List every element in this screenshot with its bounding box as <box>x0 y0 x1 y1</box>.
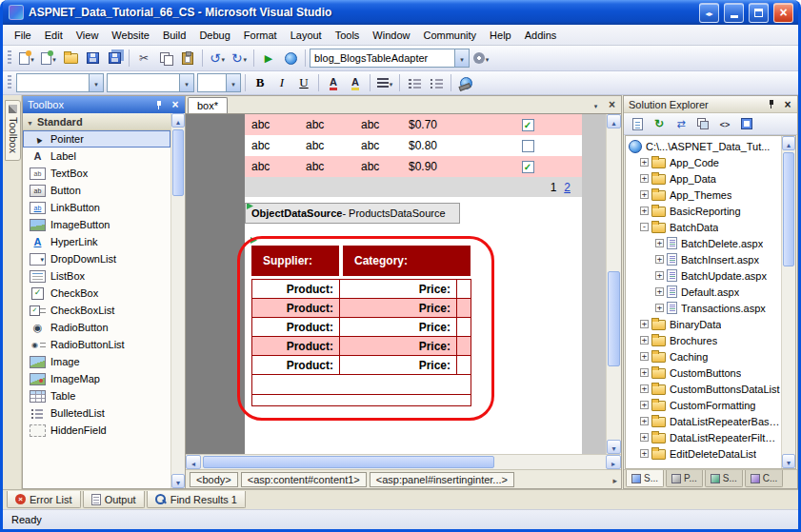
objectdatasource-control[interactable]: ObjectDataSource - ProductsDataSource <box>245 203 460 224</box>
alignment-button[interactable] <box>374 72 395 93</box>
scroll-right-button[interactable] <box>606 455 621 469</box>
toolbox-item-label[interactable]: Label <box>23 148 170 165</box>
tree-item[interactable]: +CustomButtons <box>626 365 781 381</box>
save-button[interactable] <box>82 48 103 69</box>
scrollbar-thumb[interactable] <box>608 271 620 366</box>
bulleted-list-button[interactable] <box>426 72 447 93</box>
undo-button[interactable] <box>207 48 228 69</box>
tab-output[interactable]: Output <box>83 491 145 508</box>
scroll-down-button[interactable] <box>171 474 185 488</box>
cut-button[interactable] <box>133 48 154 69</box>
toolbox-item-image[interactable]: Image <box>23 353 170 370</box>
tree-item[interactable]: +CustomButtonsDataList <box>626 381 781 397</box>
expand-icon[interactable]: + <box>640 174 649 183</box>
menu-item-debug[interactable]: Debug <box>192 27 236 44</box>
save-all-button[interactable] <box>104 48 125 69</box>
numbered-list-button[interactable] <box>404 72 425 93</box>
scroll-down-button[interactable] <box>607 440 621 454</box>
expand-icon[interactable]: + <box>655 304 664 312</box>
add-new-item-button[interactable] <box>38 48 59 69</box>
font-name-combo[interactable] <box>107 73 194 92</box>
menu-item-format[interactable]: Format <box>237 27 284 44</box>
row-checkbox[interactable] <box>522 140 534 152</box>
tag-navigator-overflow-icon[interactable] <box>612 474 617 485</box>
bold-button[interactable]: B <box>250 72 270 93</box>
tab-class-view[interactable]: C... <box>745 470 784 487</box>
window-switch-button[interactable] <box>699 3 719 23</box>
scrollbar-track[interactable] <box>782 150 795 454</box>
tree-item[interactable]: +BatchDelete.aspx <box>626 235 781 251</box>
menu-item-build[interactable]: Build <box>156 27 192 44</box>
expand-icon[interactable]: + <box>640 384 649 393</box>
toolbox-item-imagemap[interactable]: ImageMap <box>23 370 170 387</box>
inserting-interface-table[interactable]: Supplier: Category: Product:Price: Produ… <box>251 246 471 406</box>
scrollbar-track[interactable] <box>201 455 606 469</box>
combo-dropdown-button[interactable] <box>89 74 103 91</box>
toolbox-item-button[interactable]: Button <box>23 182 170 199</box>
document-tab[interactable]: box* <box>188 97 228 113</box>
tree-item[interactable]: +BasicReporting <box>626 203 781 219</box>
convert-to-hyperlink-button[interactable] <box>455 72 476 93</box>
toolbox-side-tab[interactable]: Toolbox <box>5 100 21 161</box>
tree-item[interactable]: +Brochures <box>626 332 781 348</box>
toolbox-item-checkbox[interactable]: CheckBox <box>23 285 170 302</box>
maximize-button[interactable] <box>749 3 769 23</box>
view-designer-button[interactable] <box>737 114 756 133</box>
tree-item[interactable]: +DataListRepeaterFilteri... <box>626 429 781 445</box>
toolbox-item-checkboxlist[interactable]: CheckBoxList <box>23 302 170 319</box>
highlight-color-button[interactable] <box>345 72 366 93</box>
editor-horizontal-scrollbar[interactable] <box>186 454 621 469</box>
expand-icon[interactable]: + <box>640 352 649 361</box>
block-format-combo[interactable] <box>16 73 104 92</box>
tree-item[interactable]: +App_Data <box>626 170 781 187</box>
toolbox-item-textbox[interactable]: TextBox <box>23 165 170 182</box>
expand-icon[interactable]: + <box>640 336 649 345</box>
scroll-left-button[interactable] <box>186 455 201 469</box>
expand-icon[interactable]: + <box>655 287 664 296</box>
new-project-button[interactable] <box>16 48 37 69</box>
row-checkbox[interactable] <box>522 161 534 173</box>
tab-properties[interactable]: P... <box>666 470 703 487</box>
collapse-icon[interactable]: - <box>640 223 649 231</box>
toolbox-item-linkbutton[interactable]: LinkButton <box>23 199 170 216</box>
menu-item-window[interactable]: Window <box>366 27 416 44</box>
solution-explorer-pin-button[interactable] <box>765 98 778 111</box>
menu-item-layout[interactable]: Layout <box>284 27 329 44</box>
menu-item-help[interactable]: Help <box>483 27 518 44</box>
tab-find-results[interactable]: Find Results 1 <box>147 491 246 508</box>
scrollbar-track[interactable] <box>171 128 185 474</box>
toolbox-item-radiobutton[interactable]: RadioButton <box>23 319 170 336</box>
redo-button[interactable] <box>229 48 250 69</box>
close-button[interactable] <box>773 3 793 23</box>
expand-icon[interactable]: + <box>640 368 649 377</box>
scrollbar-track[interactable] <box>607 128 621 440</box>
minimize-button[interactable] <box>724 3 744 23</box>
scroll-up-button[interactable] <box>782 136 795 150</box>
copy-website-button[interactable] <box>671 114 691 133</box>
tree-item[interactable]: +BatchInsert.aspx <box>626 251 781 267</box>
toolbox-item-radiobuttonlist[interactable]: RadioButtonList <box>23 336 170 353</box>
open-file-button[interactable] <box>60 48 81 69</box>
expand-icon[interactable]: + <box>640 417 649 425</box>
expand-icon[interactable]: + <box>640 433 649 442</box>
tag-asp-content[interactable]: <asp:content#content1> <box>241 472 367 487</box>
tree-item[interactable]: +Caching <box>626 348 781 365</box>
expand-icon[interactable]: + <box>655 255 664 264</box>
tree-item[interactable]: +BatchUpdate.aspx <box>626 267 781 284</box>
tree-item[interactable]: +BinaryData <box>626 316 781 332</box>
menu-item-addins[interactable]: Addins <box>518 27 564 44</box>
tab-server-explorer[interactable]: S... <box>705 470 743 487</box>
table-adapter-combo[interactable]: blog_BlogsTableAdapter <box>310 49 470 68</box>
tree-item[interactable]: +App_Code <box>626 154 781 170</box>
close-document-button[interactable] <box>605 97 619 111</box>
menu-item-community[interactable]: Community <box>416 27 483 44</box>
expand-icon[interactable]: + <box>640 320 649 328</box>
toolbox-category-standard[interactable]: Standard <box>23 113 170 130</box>
scrollbar-thumb[interactable] <box>203 456 494 468</box>
row-checkbox[interactable] <box>522 119 534 131</box>
menu-item-edit[interactable]: Edit <box>38 27 70 44</box>
solution-explorer-close-button[interactable] <box>781 98 794 111</box>
solution-tree-scrollbar[interactable] <box>781 136 795 468</box>
toolbox-item-bulletedlist[interactable]: BulletedList <box>23 404 170 422</box>
tree-item[interactable]: +Default.aspx <box>626 284 781 300</box>
